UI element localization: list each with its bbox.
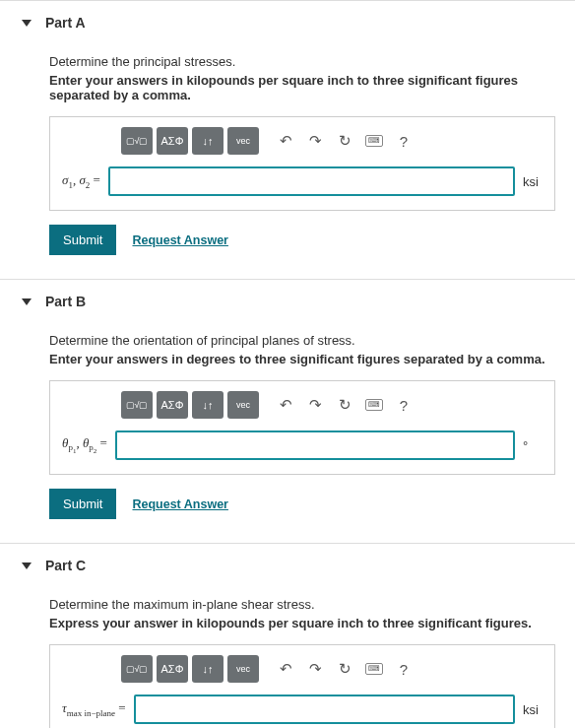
help-icon[interactable]: ? — [391, 392, 416, 418]
answer-input[interactable] — [134, 695, 515, 724]
part-header[interactable]: Part A — [0, 1, 575, 44]
part-header[interactable]: Part C — [0, 544, 575, 587]
equation-toolbar: ▢√▢ ΑΣΦ ↓↑ vec ↶ ↷ ↻ ⌨ ? — [121, 127, 543, 155]
reset-icon[interactable]: ↻ — [332, 392, 357, 418]
template-button[interactable]: ▢√▢ — [121, 391, 153, 419]
part-title: Part C — [45, 558, 86, 573]
part-header[interactable]: Part B — [0, 280, 575, 323]
subsup-button[interactable]: ↓↑ — [192, 391, 224, 419]
submit-button[interactable]: Submit — [49, 225, 116, 255]
answer-row: τmax in−plane = ksi — [62, 695, 543, 724]
actions-row: Submit Request Answer — [49, 489, 555, 519]
prompt-text: Determine the principal stresses. — [49, 54, 555, 69]
answer-input[interactable] — [115, 430, 515, 460]
vec-button[interactable]: vec — [227, 127, 259, 155]
help-icon[interactable]: ? — [391, 128, 416, 154]
part-body: Determine the maximum in-plane shear str… — [0, 597, 575, 728]
answer-box: ▢√▢ ΑΣΦ ↓↑ vec ↶ ↷ ↻ ⌨ ? σ1, σ2 = ksi — [49, 116, 555, 211]
part-title: Part A — [45, 15, 86, 31]
prompt-text: Determine the maximum in-plane shear str… — [49, 597, 555, 612]
prompt-text: Determine the orientation of principal p… — [49, 333, 555, 348]
subsup-button[interactable]: ↓↑ — [192, 655, 224, 683]
keyboard-icon[interactable]: ⌨ — [361, 656, 387, 682]
chevron-down-icon — [22, 20, 32, 27]
equation-toolbar: ▢√▢ ΑΣΦ ↓↑ vec ↶ ↷ ↻ ⌨ ? — [121, 655, 543, 683]
vec-button[interactable]: vec — [227, 655, 259, 683]
chevron-down-icon — [22, 563, 32, 569]
template-button[interactable]: ▢√▢ — [121, 127, 153, 155]
undo-icon[interactable]: ↶ — [273, 392, 298, 418]
request-answer-link[interactable]: Request Answer — [132, 497, 227, 511]
answer-input[interactable] — [108, 166, 515, 196]
submit-button[interactable]: Submit — [49, 489, 116, 519]
undo-icon[interactable]: ↶ — [273, 128, 298, 154]
part-body: Determine the orientation of principal p… — [0, 333, 575, 543]
part-body: Determine the principal stresses. Enter … — [0, 54, 575, 279]
variable-label: τmax in−plane = — [62, 700, 126, 718]
equation-toolbar: ▢√▢ ΑΣΦ ↓↑ vec ↶ ↷ ↻ ⌨ ? — [121, 391, 543, 419]
redo-icon[interactable]: ↷ — [302, 656, 328, 682]
answer-row: θp1, θp2 = ° — [62, 430, 543, 460]
variable-label: σ1, σ2 = — [62, 172, 100, 190]
greek-button[interactable]: ΑΣΦ — [157, 391, 188, 419]
variable-label: θp1, θp2 = — [62, 435, 107, 455]
part-section: Part B Determine the orientation of prin… — [0, 279, 575, 543]
answer-row: σ1, σ2 = ksi — [62, 166, 543, 196]
vec-button[interactable]: vec — [227, 391, 259, 419]
greek-button[interactable]: ΑΣΦ — [157, 127, 188, 155]
instruction-text: Enter your answers in kilopounds per squ… — [49, 73, 555, 102]
unit-label: ksi — [523, 702, 543, 717]
part-title: Part B — [45, 294, 86, 309]
reset-icon[interactable]: ↻ — [332, 128, 357, 154]
keyboard-icon[interactable]: ⌨ — [361, 128, 387, 154]
part-section: Part A Determine the principal stresses.… — [0, 0, 575, 279]
keyboard-icon[interactable]: ⌨ — [361, 392, 387, 418]
help-icon[interactable]: ? — [391, 656, 416, 682]
unit-label: ° — [523, 438, 543, 453]
answer-box: ▢√▢ ΑΣΦ ↓↑ vec ↶ ↷ ↻ ⌨ ? τmax in−plane =… — [49, 644, 555, 728]
instruction-text: Enter your answers in degrees to three s… — [49, 352, 555, 366]
part-section: Part C Determine the maximum in-plane sh… — [0, 543, 575, 728]
request-answer-link[interactable]: Request Answer — [132, 233, 227, 247]
redo-icon[interactable]: ↷ — [302, 392, 328, 418]
instruction-text: Express your answer in kilopounds per sq… — [49, 616, 555, 630]
template-button[interactable]: ▢√▢ — [121, 655, 153, 683]
reset-icon[interactable]: ↻ — [332, 656, 357, 682]
answer-box: ▢√▢ ΑΣΦ ↓↑ vec ↶ ↷ ↻ ⌨ ? θp1, θp2 = ° — [49, 380, 555, 475]
chevron-down-icon — [22, 298, 32, 305]
subsup-button[interactable]: ↓↑ — [192, 127, 224, 155]
unit-label: ksi — [523, 174, 543, 189]
redo-icon[interactable]: ↷ — [302, 128, 328, 154]
actions-row: Submit Request Answer — [49, 225, 555, 255]
undo-icon[interactable]: ↶ — [273, 656, 298, 682]
greek-button[interactable]: ΑΣΦ — [157, 655, 188, 683]
